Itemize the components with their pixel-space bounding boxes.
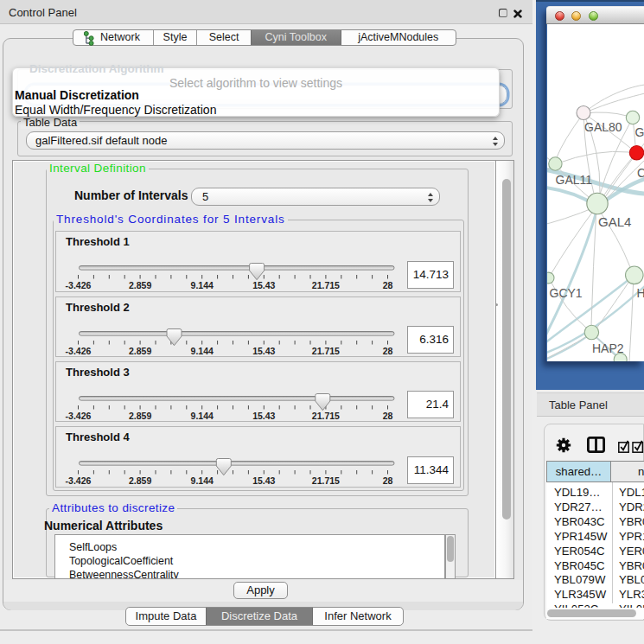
svg-text:-3.426: -3.426 [66,475,92,486]
svg-text:15.43: 15.43 [252,280,275,290]
svg-text:21.715: 21.715 [312,410,340,420]
svg-text:28: 28 [383,280,393,290]
svg-text:GAL80: GAL80 [584,120,622,134]
svg-text:15.43: 15.43 [252,345,275,355]
svg-text:2.859: 2.859 [129,475,151,486]
svg-text:9.144: 9.144 [191,345,214,355]
svg-text:2.859: 2.859 [129,345,151,355]
svg-text:15.43: 15.43 [252,410,275,420]
svg-text:-3.426: -3.426 [66,280,92,290]
svg-text:HAP2: HAP2 [592,341,624,355]
svg-text:GCY1: GCY1 [550,286,583,300]
svg-text:15.43: 15.43 [252,475,275,486]
svg-text:21.715: 21.715 [312,345,340,355]
svg-text:28: 28 [383,410,393,420]
svg-text:H: H [637,286,644,300]
svg-text:C: C [637,166,644,180]
svg-text:28: 28 [383,475,393,486]
svg-text:28: 28 [383,345,393,355]
svg-text:21.715: 21.715 [312,475,340,486]
svg-text:21.715: 21.715 [312,280,340,290]
svg-text:-3.426: -3.426 [66,345,92,355]
svg-text:9.144: 9.144 [191,410,214,420]
svg-text:2.859: 2.859 [129,280,151,290]
svg-text:-3.426: -3.426 [66,410,92,420]
svg-text:9.144: 9.144 [191,280,214,290]
svg-text:GA: GA [635,125,644,139]
svg-text:GAL11: GAL11 [556,173,593,187]
svg-text:9.144: 9.144 [191,475,214,486]
svg-text:2.859: 2.859 [129,410,151,420]
svg-text:GAL4: GAL4 [598,214,631,229]
